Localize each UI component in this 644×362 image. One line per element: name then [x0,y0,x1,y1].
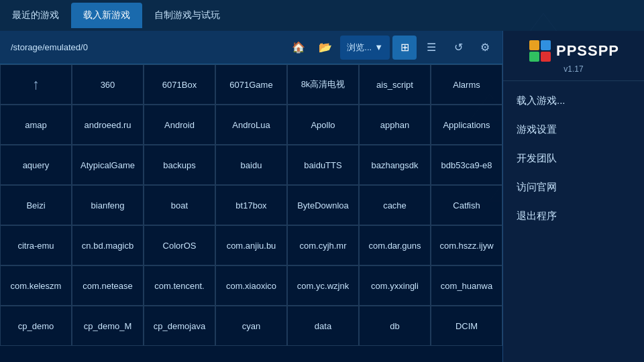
sidebar-menu-item[interactable]: 游戏设置 [503,115,644,144]
path-label: /storage/emulated/0 [5,42,284,52]
file-cell[interactable]: 360 [72,64,144,105]
settings-button[interactable]: ⚙ [473,36,497,60]
file-cell[interactable]: com.dar.guns [359,225,431,265]
file-cell[interactable]: cp_demo_M [72,306,144,346]
file-cell[interactable]: com.xiaoxico [215,265,287,306]
file-cell[interactable]: com.keleszm [0,265,72,306]
file-cell[interactable]: db [359,306,431,346]
sidebar-menu-item[interactable]: 载入游戏... [503,86,644,115]
file-cell[interactable]: cp_demo [0,306,72,346]
file-cell[interactable]: com.netease [72,265,144,306]
file-cell[interactable]: boat [144,185,215,225]
toolbar: /storage/emulated/0 🏠 📂 浏览... ▼ ⊞ ☰ ↺ ⚙ [0,31,502,64]
tab-homebrew[interactable]: 自制游戏与试玩 [142,3,232,28]
file-cell[interactable]: com_huanwa [431,265,502,306]
sidebar-menu-item[interactable]: 退出程序 [503,202,644,231]
file-cell[interactable]: citra-emu [0,225,72,265]
svg-rect-11 [529,40,539,50]
ppsspp-version: v1.17 [564,64,583,74]
ppsspp-icon [528,39,552,63]
file-cell[interactable]: ByteDownloa [287,185,359,225]
file-cell[interactable]: bazhangsdk [359,145,431,185]
file-cell[interactable]: bdb53ca9-e8 [431,145,502,185]
file-cell[interactable]: 6071Game [215,64,287,105]
file-cell[interactable]: Android [144,105,215,145]
file-cell[interactable]: Apollo [287,105,359,145]
folder-button[interactable]: 📂 [313,36,337,60]
file-cell[interactable]: 8k高清电视 [287,64,359,105]
file-cell[interactable]: DCIM [431,306,502,346]
file-cell[interactable]: cp_demojava [144,306,215,346]
file-cell[interactable]: baiduTTS [287,145,359,185]
file-cell[interactable]: cache [359,185,431,225]
browse-label: 浏览... [347,42,372,54]
svg-rect-12 [541,40,551,50]
home-button[interactable]: 🏠 [286,36,311,60]
svg-rect-13 [529,52,539,62]
grid-view-button[interactable]: ⊞ [392,36,417,60]
browse-button[interactable]: 浏览... ▼ [340,36,390,60]
file-cell[interactable]: ColorOS [144,225,215,265]
file-cell[interactable]: 6071Box [144,64,215,105]
file-cell[interactable]: cn.bd.magicb [72,225,144,265]
list-view-button[interactable]: ☰ [419,36,443,60]
svg-rect-14 [541,52,551,62]
file-cell[interactable]: data [287,306,359,346]
sidebar-menu: 载入游戏...游戏设置开发团队访问官网退出程序 [503,81,644,236]
file-cell[interactable]: com.hszz.ijyw [431,225,502,265]
file-grid: ↑3606071Box6071Game8k高清电视ais_scriptAlarm… [0,64,502,346]
file-cell[interactable]: aquery [0,145,72,185]
file-cell[interactable]: AndroLua [215,105,287,145]
file-cell[interactable]: backups [144,145,215,185]
main-area: /storage/emulated/0 🏠 📂 浏览... ▼ ⊞ ☰ ↺ ⚙ … [0,31,644,362]
file-cell[interactable]: Beizi [0,185,72,225]
file-cell[interactable]: bt17box [215,185,287,225]
tab-load-game[interactable]: 载入新游戏 [71,3,142,28]
file-cell[interactable]: com.yxxingli [359,265,431,306]
file-cell[interactable]: com.cyjh.mr [287,225,359,265]
right-sidebar: PPSSPP v1.17 载入游戏...游戏设置开发团队访问官网退出程序 [503,31,644,362]
file-browser: /storage/emulated/0 🏠 📂 浏览... ▼ ⊞ ☰ ↺ ⚙ … [0,31,503,362]
chevron-down-icon: ▼ [374,42,383,52]
ppsspp-logo: PPSSPP v1.17 [503,31,644,81]
tab-recent-games[interactable]: 最近的游戏 [0,3,71,28]
file-cell[interactable]: Alarms [431,64,502,105]
sidebar-menu-item[interactable]: 开发团队 [503,144,644,173]
file-cell[interactable]: ↑ [0,64,72,105]
file-cell[interactable]: com.yc.wzjnk [287,265,359,306]
file-cell[interactable]: Catfish [431,185,502,225]
file-grid-container: ↑3606071Box6071Game8k高清电视ais_scriptAlarm… [0,64,502,362]
file-cell[interactable]: cyan [215,306,287,346]
top-nav: 最近的游戏 载入新游戏 自制游戏与试玩 [0,0,644,31]
file-cell[interactable]: com.anjiu.bu [215,225,287,265]
sidebar-menu-item[interactable]: 访问官网 [503,173,644,202]
file-cell[interactable]: Applications [431,105,502,145]
refresh-button[interactable]: ↺ [446,36,470,60]
file-cell[interactable]: ais_script [359,64,431,105]
file-cell[interactable]: apphan [359,105,431,145]
file-cell[interactable]: bianfeng [72,185,144,225]
file-cell[interactable]: AtypicalGame [72,145,144,185]
file-cell[interactable]: amap [0,105,72,145]
file-cell[interactable]: com.tencent. [144,265,215,306]
file-cell[interactable]: androeed.ru [72,105,144,145]
ppsspp-title: PPSSPP [556,42,619,60]
file-cell[interactable]: baidu [215,145,287,185]
